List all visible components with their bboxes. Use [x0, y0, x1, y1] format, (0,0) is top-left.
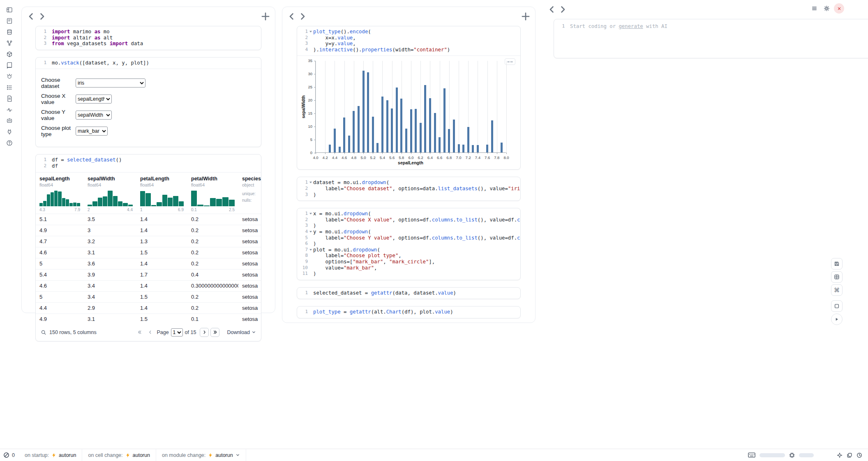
fold-toggle-icon[interactable]: [308, 229, 313, 235]
code-editor[interactable]: 1mo.vstack([dataset, x, y, plot]): [36, 58, 261, 69]
chevron-right-icon[interactable]: [37, 11, 47, 22]
help-icon[interactable]: [5, 139, 14, 147]
fold-toggle-icon[interactable]: [308, 29, 313, 35]
last-page-button[interactable]: [210, 328, 219, 337]
first-page-button[interactable]: [135, 328, 144, 337]
column-header[interactable]: sepalLengthfloat644.37.9: [36, 173, 84, 214]
run-icon[interactable]: [831, 313, 843, 325]
packages-icon[interactable]: [5, 50, 14, 58]
keyboard-icon[interactable]: [748, 452, 755, 458]
app-view-icon[interactable]: [831, 300, 843, 312]
x-value-label: Choose X value: [41, 93, 76, 105]
token: ): [453, 290, 456, 296]
ai-chat-icon[interactable]: [5, 117, 14, 125]
chevron-down-icon: [235, 453, 240, 457]
documentation-icon[interactable]: [5, 61, 14, 69]
cell-selected-dataset[interactable]: 1selected_dataset = getattr(data, datase…: [297, 287, 521, 300]
token: , options=df.: [392, 235, 432, 241]
code-editor[interactable]: 1dataset = mo.ui.dropdown(2 label="Choos…: [297, 177, 520, 201]
x-value-select[interactable]: sepalLength: [76, 95, 112, 104]
cell-empty[interactable]: 1 Start coding or generate with AI: [554, 19, 868, 58]
errors-indicator[interactable]: 0: [0, 449, 19, 461]
column-header[interactable]: speciesobjectunique:nulls:: [238, 173, 261, 214]
search-icon[interactable]: [41, 330, 46, 335]
layout-grid-icon[interactable]: [831, 271, 843, 283]
table-row[interactable]: 4.42.91.40.2setosa: [36, 302, 261, 313]
table-row[interactable]: 5.43.91.70.4setosa: [36, 269, 261, 280]
cell-dataframe[interactable]: 1df = selected_dataset()2df sepalLengthf…: [35, 154, 261, 341]
table-row[interactable]: 53.41.50.2setosa: [36, 291, 261, 302]
code-editor[interactable]: 1plot_type = getattr(alt.Chart(df), plot…: [297, 307, 520, 318]
table-row[interactable]: 5.13.51.40.2setosa: [36, 214, 261, 225]
menu-icon[interactable]: [809, 3, 820, 14]
chevron-right-icon[interactable]: [297, 11, 308, 22]
history-clock-icon[interactable]: [856, 452, 862, 458]
code-line: 2df: [38, 163, 257, 169]
code-editor[interactable]: 1x = mo.ui.dropdown(2 label="Choose X va…: [297, 208, 520, 280]
chevron-left-icon[interactable]: [547, 4, 557, 15]
cpu-usage-bar[interactable]: [799, 453, 814, 457]
prev-page-button[interactable]: [145, 328, 155, 337]
sparkle-icon[interactable]: [837, 452, 843, 458]
save-icon[interactable]: [831, 258, 843, 270]
table-row[interactable]: 4.63.11.50.2setosa: [36, 247, 261, 258]
settings-gear-icon[interactable]: [822, 3, 832, 14]
cell-xy-plot-dropdowns[interactable]: 1x = mo.ui.dropdown(2 label="Choose X va…: [297, 208, 521, 280]
column-header[interactable]: petalLengthfloat6416.9: [136, 173, 187, 214]
chevron-left-icon[interactable]: [286, 11, 297, 22]
column-header[interactable]: petalWidthfloat640.12.5: [187, 173, 238, 214]
fold-toggle-icon[interactable]: [308, 211, 313, 217]
plot-area[interactable]: 4.04.24.44.64.85.05.25.45.65.86.06.26.46…: [315, 61, 506, 153]
cell-plot-type[interactable]: 1plot_type = getattr(alt.Chart(df), plot…: [297, 306, 521, 318]
fold-toggle-icon[interactable]: [308, 180, 313, 186]
table-row[interactable]: 4.93.11.50.1setosa: [36, 313, 261, 325]
code-editor[interactable]: 1df = selected_dataset()2df: [36, 154, 261, 172]
column-header[interactable]: sepalWidthfloat6424.4: [84, 173, 136, 214]
on-cell-change-setting[interactable]: on cell change: autorun: [82, 449, 156, 461]
code-editor[interactable]: 1import marimo as mo2import altair as al…: [36, 26, 261, 50]
plot-type-select[interactable]: mark_bar: [76, 127, 108, 136]
download-button[interactable]: Download: [227, 330, 256, 335]
chevron-right-icon[interactable]: [557, 4, 568, 15]
datasets-icon[interactable]: [5, 28, 14, 36]
tracebacks-icon[interactable]: [5, 72, 14, 81]
on-module-change-setting[interactable]: on module change: autorun: [156, 449, 246, 461]
code-editor[interactable]: 1plot_type().encode(2 x=x.value,3 y=y.va…: [297, 26, 520, 55]
logs-icon[interactable]: [5, 95, 14, 103]
on-startup-setting[interactable]: on startup: autorun: [19, 449, 82, 461]
cpu-chip-icon[interactable]: [789, 452, 795, 458]
dependency-graph-icon[interactable]: [5, 39, 14, 47]
variables-icon[interactable]: [5, 106, 14, 114]
cell-vstack[interactable]: 1mo.vstack([dataset, x, y, plot]) Choose…: [35, 57, 261, 148]
next-page-button[interactable]: [200, 328, 209, 337]
layers-icon[interactable]: [847, 452, 852, 458]
generate-link[interactable]: generate: [619, 23, 643, 29]
add-cell-button[interactable]: [520, 11, 531, 22]
add-cell-button[interactable]: [260, 11, 271, 22]
file-explorer-icon[interactable]: [5, 6, 14, 14]
table-row[interactable]: 4.63.41.40.30000000000000004setosa: [36, 280, 261, 291]
plugins-icon[interactable]: [5, 128, 14, 136]
x-tick-label: 4.2: [323, 155, 328, 160]
command-palette-icon[interactable]: ⌘: [831, 284, 843, 296]
cell-plot[interactable]: 1plot_type().encode(2 x=x.value,3 y=y.va…: [297, 26, 521, 170]
cell-dataset-dropdown[interactable]: 1dataset = mo.ui.dropdown(2 label="Choos…: [297, 177, 521, 201]
hist-bar: [157, 202, 162, 206]
code-editor[interactable]: 1 Start coding or generate with AI: [554, 19, 868, 32]
code-editor[interactable]: 1selected_dataset = getattr(data, datase…: [297, 288, 520, 299]
memory-usage-bar[interactable]: [760, 453, 785, 457]
cell-imports[interactable]: 1import marimo as mo2import altair as al…: [35, 26, 261, 50]
y-value-select[interactable]: sepalWidth: [76, 111, 112, 120]
page-select[interactable]: 1: [171, 328, 183, 337]
dataset-select[interactable]: iris: [76, 78, 145, 88]
chevron-left-icon[interactable]: [26, 11, 37, 22]
token: ): [313, 223, 316, 228]
table-row[interactable]: 4.931.40.2setosa: [36, 225, 261, 236]
outline-icon[interactable]: [5, 83, 14, 92]
notebook-icon[interactable]: [5, 17, 14, 25]
fold-toggle-icon[interactable]: [308, 247, 313, 253]
close-icon[interactable]: [834, 3, 844, 14]
table-row[interactable]: 53.61.40.2setosa: [36, 258, 261, 269]
table-row[interactable]: 4.73.21.30.2setosa: [36, 236, 261, 247]
editor-placeholder[interactable]: Start coding or generate with AI: [570, 23, 868, 30]
